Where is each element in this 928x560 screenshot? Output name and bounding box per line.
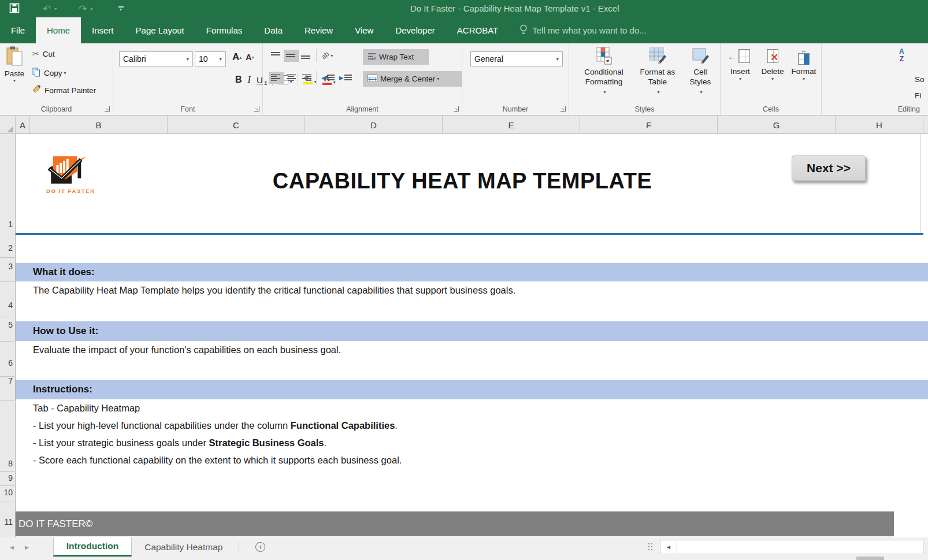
format-painter-icon bbox=[32, 85, 41, 95]
row-header-1[interactable]: 1 bbox=[8, 219, 13, 229]
number-format-dropdown-icon[interactable]: ▾ bbox=[556, 56, 559, 62]
number-dialog-launcher[interactable] bbox=[560, 106, 566, 112]
wrap-text-button[interactable]: Wrap Text bbox=[363, 49, 429, 65]
column-header-a[interactable]: A bbox=[16, 116, 30, 134]
row-header-5[interactable]: 5 bbox=[8, 320, 13, 330]
delete-dropdown-icon[interactable]: ▾ bbox=[758, 76, 788, 81]
hscroll-track[interactable] bbox=[677, 540, 923, 554]
format-cells-button[interactable]: ↔ Format ▾ bbox=[789, 47, 819, 81]
prev-sheet-icon[interactable]: ◄ bbox=[9, 544, 15, 551]
paste-button[interactable]: Paste ▾ bbox=[1, 46, 28, 102]
redo-icon[interactable]: ↷ bbox=[79, 3, 87, 15]
alignment-dialog-launcher[interactable] bbox=[454, 106, 459, 112]
sheet-tab-introduction[interactable]: Introduction bbox=[53, 537, 132, 557]
tab-acrobat[interactable]: ACROBAT bbox=[446, 17, 509, 43]
font-size-combo[interactable]: 10 ▾ bbox=[195, 51, 226, 66]
number-format-combo[interactable]: General ▾ bbox=[470, 51, 563, 66]
redo-dropdown-icon[interactable]: ▾ bbox=[91, 6, 93, 12]
tab-view[interactable]: View bbox=[344, 17, 384, 43]
title-bar: ↶ ▾ ↷ ▾ ▾ Do It Faster - Capability Heat… bbox=[0, 0, 928, 17]
cell-styles-button[interactable]: Cell Styles bbox=[684, 47, 717, 95]
row-header-10[interactable]: 10 bbox=[3, 487, 13, 498]
middle-align-button[interactable] bbox=[284, 50, 299, 62]
undo-icon[interactable]: ↶ bbox=[43, 3, 51, 15]
copy-button[interactable]: Copy bbox=[32, 68, 66, 79]
font-name-dropdown-icon[interactable]: ▾ bbox=[186, 56, 189, 62]
sort-filter-button[interactable]: A Z bbox=[899, 47, 904, 63]
save-icon[interactable] bbox=[9, 3, 21, 14]
top-align-button[interactable] bbox=[269, 50, 284, 62]
format-as-table-button[interactable]: Format as Table bbox=[634, 47, 681, 95]
section-band-instructions[interactable]: Instructions: bbox=[16, 380, 928, 399]
conditional-formatting-button[interactable]: ≠ Conditional Formatting bbox=[575, 47, 633, 95]
instructions-line-2[interactable]: - List your high-level functional capabi… bbox=[33, 420, 398, 431]
row-header-9[interactable]: 9 bbox=[8, 473, 13, 483]
align-center-button[interactable] bbox=[284, 72, 299, 84]
section-band-how-to-use[interactable]: How to Use it: bbox=[16, 321, 928, 341]
column-header-c[interactable]: C bbox=[168, 116, 305, 134]
how-to-use-text[interactable]: Evaluate the impact of your function's c… bbox=[33, 344, 341, 355]
divider-rule bbox=[16, 233, 923, 235]
font-dialog-launcher[interactable] bbox=[254, 106, 259, 112]
font-name-combo[interactable]: Calibri ▾ bbox=[119, 51, 193, 66]
tab-insert[interactable]: Insert bbox=[81, 17, 125, 43]
next-sheet-icon[interactable]: ► bbox=[24, 544, 30, 551]
italic-button[interactable]: I bbox=[245, 73, 254, 86]
insert-dropdown-icon[interactable]: ▾ bbox=[725, 76, 755, 81]
row-header-8[interactable]: 8 bbox=[8, 458, 13, 469]
row-header-3[interactable]: 3 bbox=[8, 261, 13, 272]
font-size-dropdown-icon[interactable]: ▾ bbox=[219, 56, 222, 62]
column-header-g[interactable]: G bbox=[718, 116, 836, 134]
tab-file[interactable]: File bbox=[0, 17, 36, 43]
align-right-button[interactable] bbox=[299, 72, 314, 84]
merge-center-button[interactable]: Merge & Center bbox=[363, 71, 462, 87]
next-button[interactable]: Next >> bbox=[792, 155, 866, 181]
delete-cells-button[interactable]: ✕ Delete ▾ bbox=[758, 47, 788, 81]
column-header-f[interactable]: F bbox=[580, 116, 718, 134]
paste-dropdown-icon[interactable]: ▾ bbox=[1, 78, 28, 83]
undo-dropdown-icon[interactable]: ▾ bbox=[54, 6, 57, 12]
shrink-font-button[interactable]: A ▾ bbox=[244, 51, 255, 63]
hscroll-left-button[interactable]: ◄ bbox=[660, 540, 677, 554]
orientation-button[interactable]: ab bbox=[319, 50, 335, 61]
find-select-label-cut[interactable]: Fi bbox=[915, 91, 921, 100]
instructions-line-4[interactable]: - Score each functional capability on th… bbox=[33, 455, 402, 466]
column-header-h[interactable]: H bbox=[836, 116, 923, 134]
bold-button[interactable]: B bbox=[232, 73, 245, 86]
column-header-b[interactable]: B bbox=[30, 116, 168, 134]
cut-button[interactable]: ✂ Cut bbox=[32, 49, 55, 58]
clipboard-dialog-launcher[interactable] bbox=[105, 106, 110, 112]
instructions-line-3[interactable]: - List your strategic business goals und… bbox=[33, 437, 326, 448]
row-header-11[interactable]: 11 bbox=[4, 517, 13, 527]
row-header-6[interactable]: 6 bbox=[8, 358, 13, 368]
row-header-2[interactable]: 2 bbox=[8, 243, 13, 253]
format-painter-button[interactable]: Format Painter bbox=[32, 85, 96, 95]
what-it-does-text[interactable]: The Capability Heat Map Template helps y… bbox=[33, 285, 515, 296]
insert-cells-button[interactable]: ← Insert ▾ bbox=[725, 47, 755, 81]
new-sheet-button[interactable]: + bbox=[255, 542, 265, 552]
tab-data[interactable]: Data bbox=[253, 17, 294, 43]
column-header-d[interactable]: D bbox=[305, 116, 443, 134]
tab-resize-handle[interactable] bbox=[648, 543, 649, 544]
bottom-align-button[interactable] bbox=[299, 50, 314, 62]
instructions-line-1[interactable]: Tab - Capability Heatmap bbox=[33, 403, 140, 414]
section-band-what-it-does[interactable]: What it does: bbox=[16, 263, 928, 281]
row-header-7[interactable]: 7 bbox=[8, 376, 13, 386]
tab-home[interactable]: Home bbox=[36, 17, 81, 43]
row-header-4[interactable]: 4 bbox=[8, 300, 13, 310]
grow-font-button[interactable]: A ▴ bbox=[230, 51, 244, 63]
column-header-e[interactable]: E bbox=[443, 116, 580, 134]
select-all-corner[interactable] bbox=[0, 116, 16, 134]
tab-formulas[interactable]: Formulas bbox=[195, 17, 254, 43]
tab-review[interactable]: Review bbox=[294, 17, 344, 43]
customize-qat-icon[interactable]: ▾ bbox=[118, 6, 124, 11]
decrease-indent-button[interactable]: ◀ bbox=[319, 72, 337, 84]
sheet-tab-capability-heatmap[interactable]: Capability Heatmap bbox=[132, 537, 235, 557]
sort-filter-label-cut[interactable]: So bbox=[915, 75, 925, 84]
tab-page-layout[interactable]: Page Layout bbox=[125, 17, 195, 43]
tell-me-box[interactable]: Tell me what you want to do... bbox=[519, 17, 647, 43]
format-dropdown-icon[interactable]: ▾ bbox=[789, 76, 819, 81]
increase-indent-button[interactable]: ▶ bbox=[337, 72, 355, 84]
tab-developer[interactable]: Developer bbox=[384, 17, 446, 43]
align-left-button[interactable] bbox=[269, 72, 284, 84]
